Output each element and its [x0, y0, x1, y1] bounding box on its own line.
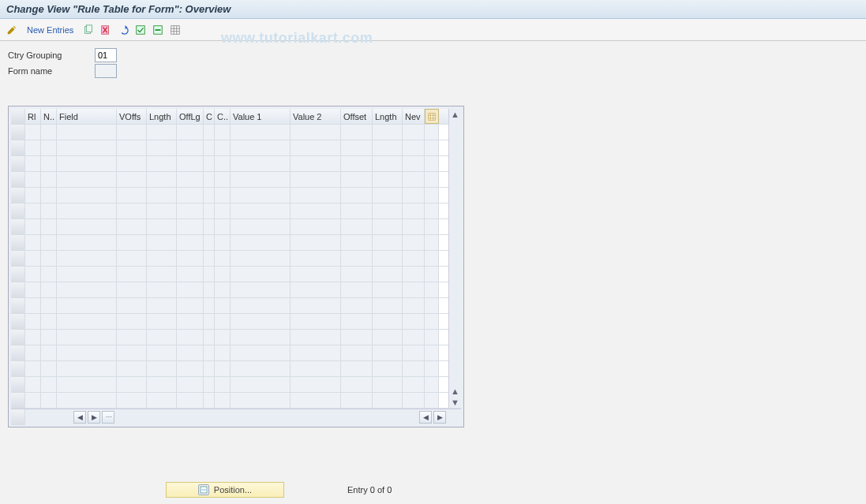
- table-row[interactable]: [11, 172, 461, 188]
- vertical-scroll[interactable]: ▲ ▲ ▼: [448, 109, 461, 408]
- title-bar: Change View "Rule Table for Form": Overv…: [0, 0, 866, 19]
- new-entries-button[interactable]: New Entries: [22, 25, 78, 35]
- form-name-label: Form name: [8, 66, 95, 76]
- form-name-input[interactable]: [95, 64, 117, 78]
- col-value1[interactable]: Value 1: [231, 109, 291, 124]
- svg-rect-9: [201, 489, 207, 491]
- undo-icon[interactable]: [116, 23, 130, 37]
- svg-rect-6: [171, 25, 180, 34]
- change-icon[interactable]: [5, 23, 19, 37]
- table-row[interactable]: [11, 330, 461, 345]
- table-settings-icon[interactable]: [168, 23, 182, 37]
- deselect-all-icon[interactable]: [151, 23, 165, 37]
- col-new[interactable]: Nev: [403, 109, 425, 124]
- table-row[interactable]: [11, 393, 461, 409]
- position-button[interactable]: Position...: [166, 482, 284, 498]
- position-label: Position...: [214, 485, 252, 495]
- table-row[interactable]: [11, 219, 461, 235]
- footer: Position... Entry 0 of 0: [0, 480, 866, 499]
- col-offlg[interactable]: OffLg: [177, 109, 204, 124]
- scroll-left2-icon[interactable]: ◀: [419, 411, 432, 424]
- copy-icon[interactable]: [81, 23, 96, 37]
- table-row[interactable]: [11, 314, 461, 330]
- page-title: Change View "Rule Table for Form": Overv…: [6, 3, 231, 15]
- table-row[interactable]: [11, 377, 461, 393]
- col-voffs[interactable]: VOffs: [117, 109, 147, 124]
- col-n[interactable]: N..: [41, 109, 57, 124]
- table-row[interactable]: [11, 345, 461, 361]
- table-row[interactable]: [11, 203, 461, 219]
- col-value2[interactable]: Value 2: [291, 109, 341, 124]
- table-row[interactable]: [11, 156, 461, 172]
- col-rl[interactable]: Rl: [25, 109, 41, 124]
- col-c1[interactable]: C: [204, 109, 215, 124]
- svg-rect-1: [87, 24, 92, 32]
- table-row[interactable]: [11, 267, 461, 282]
- table-row[interactable]: [11, 188, 461, 203]
- table-row[interactable]: [11, 298, 461, 314]
- ctry-grouping-input[interactable]: [95, 48, 117, 62]
- svg-rect-5: [156, 29, 161, 31]
- scroll-select-icon[interactable]: ⋯: [102, 411, 114, 424]
- delete-icon[interactable]: [99, 23, 113, 37]
- scroll-up-icon[interactable]: ▲: [450, 109, 461, 120]
- table-row[interactable]: [11, 140, 461, 156]
- col-offset[interactable]: Offset: [341, 109, 373, 124]
- position-icon: [198, 484, 209, 495]
- table-row[interactable]: [11, 282, 461, 298]
- scroll-left-icon[interactable]: ◀: [73, 411, 86, 424]
- toolbar: New Entries: [0, 19, 866, 41]
- select-all-icon[interactable]: [133, 23, 148, 37]
- entry-status: Entry 0 of 0: [347, 485, 392, 495]
- svg-rect-3: [137, 25, 145, 34]
- rule-table: Rl N.. Field VOffs Lngth OffLg C C.. Val…: [8, 106, 464, 427]
- selection-form: Ctry Grouping Form name: [0, 41, 866, 82]
- scroll-down-icon[interactable]: ▼: [450, 397, 461, 408]
- horizontal-scroll: ◀ ▶ ⋯ ◀ ▶: [11, 409, 461, 424]
- col-lngth[interactable]: Lngth: [147, 109, 177, 124]
- scroll-right2-icon[interactable]: ▶: [433, 411, 446, 424]
- col-c2[interactable]: C..: [215, 109, 231, 124]
- scroll-right-icon[interactable]: ▶: [88, 411, 100, 424]
- select-all-cell[interactable]: [11, 109, 25, 124]
- table-header: Rl N.. Field VOffs Lngth OffLg C C.. Val…: [11, 109, 461, 125]
- col-lngth2[interactable]: Lngth: [373, 109, 403, 124]
- hscroll-corner: [11, 409, 25, 425]
- scroll-down-top-icon[interactable]: ▲: [450, 386, 461, 397]
- svg-rect-7: [429, 113, 435, 119]
- table-row[interactable]: [11, 251, 461, 267]
- table-row[interactable]: [11, 235, 461, 251]
- table-row[interactable]: [11, 361, 461, 377]
- table-row[interactable]: [11, 125, 461, 140]
- ctry-grouping-label: Ctry Grouping: [8, 50, 95, 60]
- col-field[interactable]: Field: [57, 109, 117, 124]
- configure-columns-icon[interactable]: [425, 109, 439, 124]
